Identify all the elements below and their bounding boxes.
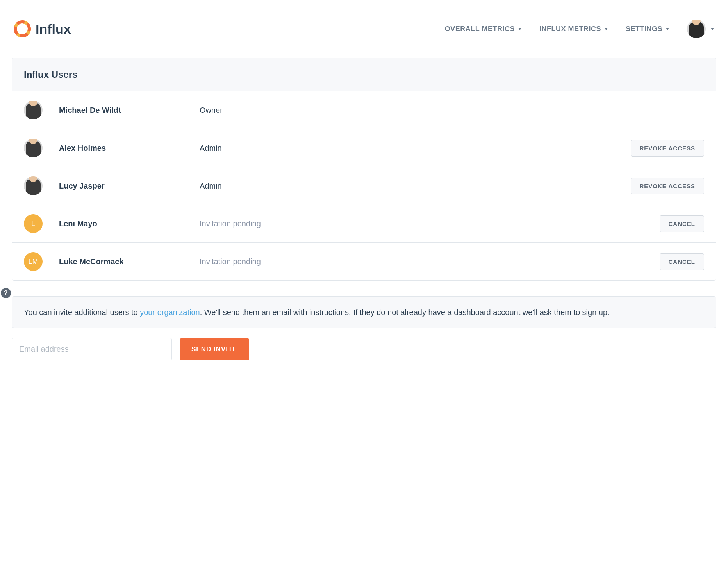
user-name: Lucy Jasper [59,182,200,190]
user-action-col: REVOKE ACCESS [631,178,704,194]
nav-item-label: INFLUX METRICS [539,25,601,33]
user-name: Luke McCormack [59,257,200,266]
user-menu[interactable] [687,20,714,38]
chevron-down-icon [710,28,714,30]
help-button[interactable]: ? [1,288,11,298]
user-row: Michael De WildtOwner [12,91,716,129]
avatar [24,101,43,119]
panel-title: Influx Users [24,69,704,80]
svg-point-1 [15,22,29,36]
nav-item-label: OVERALL METRICS [445,25,515,33]
user-avatar-col: LM [24,252,59,271]
email-input[interactable] [12,338,172,360]
brand-icon [14,20,31,37]
header: Influx OVERALL METRICS INFLUX METRICS SE… [6,0,722,58]
cancel-button[interactable]: CANCEL [660,253,705,270]
send-invite-button[interactable]: SEND INVITE [180,338,249,360]
brand-name: Influx [36,21,71,37]
info-text: You can invite additional users to [24,308,140,317]
user-avatar-col [24,176,59,195]
user-row: Lucy JasperAdminREVOKE ACCESS [12,167,716,205]
avatar [24,176,43,195]
user-row: LMLuke McCormackInvitation pendingCANCEL [12,243,716,280]
cancel-button[interactable]: CANCEL [660,215,705,232]
user-name: Leni Mayo [59,219,200,228]
nav-influx-metrics[interactable]: INFLUX METRICS [539,25,608,33]
chevron-down-icon [604,28,608,30]
info-text: . We'll send them an email with instruct… [200,308,610,317]
user-avatar-col [24,139,59,157]
user-name: Alex Holmes [59,144,200,153]
avatar-initials: LM [24,252,43,271]
user-role: Admin [200,182,631,190]
user-action-col: CANCEL [660,253,705,270]
invite-info-panel: You can invite additional users to your … [12,296,716,328]
revoke-access-button[interactable]: REVOKE ACCESS [631,178,704,194]
nav-settings[interactable]: SETTINGS [626,25,669,33]
avatar [24,139,43,157]
organization-link[interactable]: your organization [140,308,200,317]
user-name: Michael De Wildt [59,106,200,115]
logo[interactable]: Influx [14,20,71,37]
user-row: LLeni MayoInvitation pendingCANCEL [12,205,716,243]
users-panel: Influx Users Michael De WildtOwnerAlex H… [12,58,716,281]
user-avatar-col [24,101,59,119]
panel-header: Influx Users [12,58,716,91]
user-action-col: REVOKE ACCESS [631,140,704,157]
user-avatar-col: L [24,214,59,233]
user-role: Invitation pending [200,257,660,266]
nav-overall-metrics[interactable]: OVERALL METRICS [445,25,522,33]
nav: OVERALL METRICS INFLUX METRICS SETTINGS [445,20,714,38]
user-role: Invitation pending [200,219,660,228]
chevron-down-icon [666,28,669,30]
revoke-access-button[interactable]: REVOKE ACCESS [631,140,704,157]
user-role: Owner [200,106,704,115]
chevron-down-icon [518,28,522,30]
user-role: Admin [200,144,631,153]
user-action-col: CANCEL [660,215,705,232]
invite-row: SEND INVITE [12,338,716,360]
avatar [687,20,706,38]
avatar-initials: L [24,214,43,233]
nav-item-label: SETTINGS [626,25,662,33]
user-row: Alex HolmesAdminREVOKE ACCESS [12,129,716,167]
